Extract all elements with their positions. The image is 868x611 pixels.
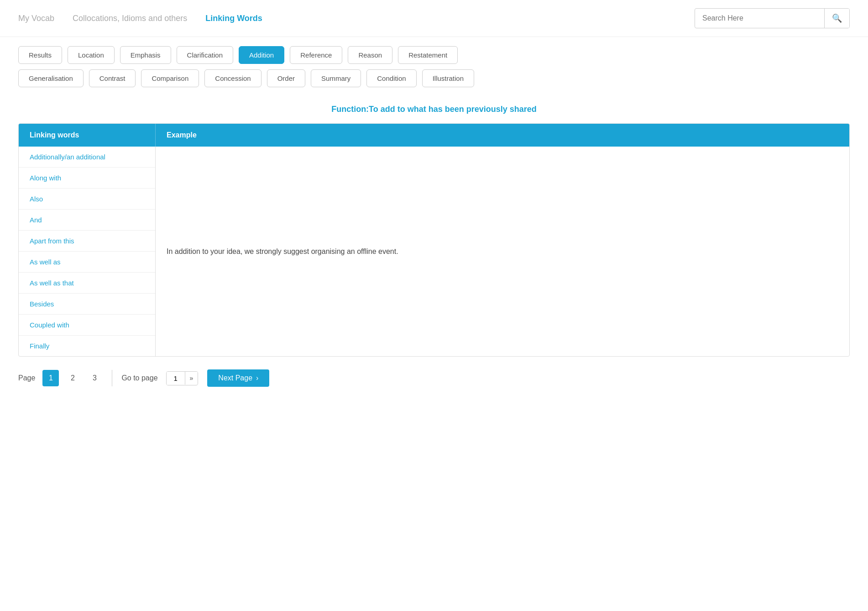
header: My Vocab Collocations, Idioms and others… <box>0 0 868 37</box>
cat-emphasis[interactable]: Emphasis <box>120 46 171 64</box>
cat-clarification[interactable]: Clarification <box>177 46 233 64</box>
word-besides[interactable]: Besides <box>19 294 155 315</box>
cat-order[interactable]: Order <box>267 69 305 87</box>
pagination: Page 1 2 3 Go to page » Next Page › <box>0 357 868 400</box>
page-divider <box>112 370 112 386</box>
search-box: 🔍 <box>695 8 850 28</box>
table-body: Additionally/an additional Along with Al… <box>19 147 849 356</box>
words-list: Additionally/an additional Along with Al… <box>19 147 156 356</box>
page-label: Page <box>18 374 35 382</box>
main-table: Linking words Example Additionally/an ad… <box>18 123 850 357</box>
table-header: Linking words Example <box>19 124 849 147</box>
search-input[interactable] <box>695 10 824 27</box>
cat-reference[interactable]: Reference <box>290 46 342 64</box>
function-title: Function:To add to what has been previou… <box>0 97 868 123</box>
word-apart-from-this[interactable]: Apart from this <box>19 231 155 252</box>
word-also[interactable]: Also <box>19 189 155 210</box>
categories: Results Location Emphasis Clarification … <box>0 37 868 97</box>
nav-my-vocab[interactable]: My Vocab <box>18 14 54 23</box>
goto-input-box: » <box>166 371 199 385</box>
page-3[interactable]: 3 <box>86 370 103 386</box>
word-as-well-as[interactable]: As well as <box>19 252 155 273</box>
cat-illustration[interactable]: Illustration <box>422 69 474 87</box>
col-words-header: Linking words <box>19 124 156 147</box>
cat-contrast[interactable]: Contrast <box>89 69 136 87</box>
word-additionally[interactable]: Additionally/an additional <box>19 147 155 168</box>
cat-restatement[interactable]: Restatement <box>398 46 458 64</box>
cat-reason[interactable]: Reason <box>348 46 392 64</box>
category-row-1: Results Location Emphasis Clarification … <box>18 46 850 64</box>
goto-label: Go to page <box>121 374 157 382</box>
cat-generalisation[interactable]: Generalisation <box>18 69 84 87</box>
word-finally[interactable]: Finally <box>19 336 155 356</box>
cat-results[interactable]: Results <box>18 46 62 64</box>
word-coupled-with[interactable]: Coupled with <box>19 315 155 336</box>
cat-location[interactable]: Location <box>68 46 115 64</box>
next-page-button[interactable]: Next Page › <box>207 369 269 387</box>
page-1[interactable]: 1 <box>42 370 59 386</box>
word-and[interactable]: And <box>19 210 155 231</box>
next-chevron-icon: › <box>256 374 258 382</box>
cat-concession[interactable]: Concession <box>204 69 261 87</box>
category-row-2: Generalisation Contrast Comparison Conce… <box>18 69 850 87</box>
page-2[interactable]: 2 <box>64 370 81 386</box>
word-along-with[interactable]: Along with <box>19 168 155 189</box>
col-example-header: Example <box>156 124 849 147</box>
nav-linking-words[interactable]: Linking Words <box>205 14 262 23</box>
cat-summary[interactable]: Summary <box>311 69 361 87</box>
cat-condition[interactable]: Condition <box>366 69 416 87</box>
cat-comparison[interactable]: Comparison <box>141 69 199 87</box>
nav-collocations[interactable]: Collocations, Idioms and others <box>73 14 187 23</box>
goto-page-input[interactable] <box>167 372 185 385</box>
example-text: In addition to your idea, we strongly su… <box>156 147 849 356</box>
cat-addition[interactable]: Addition <box>239 46 284 64</box>
search-button[interactable]: 🔍 <box>824 9 849 28</box>
word-as-well-as-that[interactable]: As well as that <box>19 273 155 294</box>
goto-arrow-button[interactable]: » <box>185 372 198 385</box>
